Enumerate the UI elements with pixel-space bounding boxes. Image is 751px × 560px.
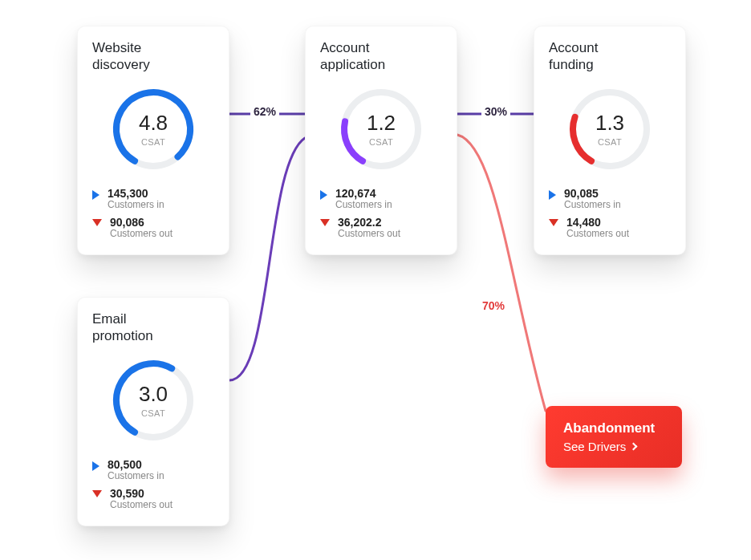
customers-in: 145,300 Customers in (92, 188, 214, 211)
csat-score: 3.0 (139, 382, 168, 407)
customers-out-value: 90,086 (110, 217, 173, 229)
csat-donut: 3.0 CSAT (92, 356, 214, 444)
customers-out-label: Customers out (110, 229, 173, 239)
callout-title: Abandonment (563, 420, 664, 436)
connector-label-abandonment: 70% (479, 299, 508, 312)
callout-cta-label: See Drivers (563, 440, 626, 453)
callout-cta-see-drivers[interactable]: See Drivers (563, 440, 664, 453)
card-account-application[interactable]: Account application 1.2 CSAT 120,674 Cus… (305, 26, 457, 255)
customers-out: 90,086 Customers out (92, 217, 214, 240)
play-icon (92, 190, 99, 200)
customers-in-value: 120,674 (335, 188, 392, 200)
play-icon (549, 190, 556, 200)
csat-donut: 1.2 CSAT (320, 85, 442, 173)
customers-in-label: Customers in (108, 200, 164, 210)
customers-out-value: 14,480 (566, 217, 629, 229)
csat-label: CSAT (369, 137, 393, 147)
customers-out: 14,480 Customers out (549, 217, 671, 240)
customers-in: 80,500 Customers in (92, 459, 214, 482)
customers-in-value: 80,500 (108, 459, 164, 471)
customers-out-value: 36,202.2 (338, 217, 400, 229)
csat-score: 1.3 (595, 111, 624, 136)
csat-label: CSAT (598, 137, 622, 147)
card-email-promotion[interactable]: Email promotion 3.0 CSAT 80,500 Customer… (77, 297, 229, 526)
journey-flow: 62% 30% 70% Website discovery 4.8 CSAT 1… (0, 0, 751, 560)
customers-out-label: Customers out (338, 229, 400, 239)
callout-abandonment[interactable]: Abandonment See Drivers (546, 406, 682, 468)
customers-out-label: Customers out (566, 229, 629, 239)
customers-in-label: Customers in (335, 200, 392, 210)
customers-in-label: Customers in (564, 200, 621, 210)
connector-label-application-to-funding: 30% (481, 105, 510, 118)
down-triangle-icon (320, 219, 330, 226)
card-website-discovery[interactable]: Website discovery 4.8 CSAT 145,300 Custo… (77, 26, 229, 255)
csat-label: CSAT (141, 137, 165, 147)
connector-label-website-to-application: 62% (250, 105, 279, 118)
customers-in-value: 90,085 (564, 188, 621, 200)
down-triangle-icon (92, 490, 102, 497)
customers-in: 90,085 Customers in (549, 188, 671, 211)
csat-label: CSAT (141, 408, 165, 418)
card-title: Website discovery (92, 39, 214, 74)
chevron-right-icon (630, 443, 638, 451)
customers-in-label: Customers in (108, 471, 164, 481)
down-triangle-icon (549, 219, 558, 226)
card-title: Account application (320, 39, 442, 74)
customers-out-label: Customers out (110, 500, 173, 510)
play-icon (92, 461, 99, 471)
csat-donut: 4.8 CSAT (92, 85, 214, 173)
play-icon (320, 190, 327, 200)
customers-out: 36,202.2 Customers out (320, 217, 442, 240)
down-triangle-icon (92, 219, 102, 226)
customers-out: 30,590 Customers out (92, 488, 214, 511)
customers-in-value: 145,300 (108, 188, 164, 200)
csat-donut: 1.3 CSAT (549, 85, 671, 173)
customers-out-value: 30,590 (110, 488, 173, 500)
csat-score: 4.8 (139, 111, 168, 136)
card-account-funding[interactable]: Account funding 1.3 CSAT 90,085 Customer… (534, 26, 686, 255)
card-title: Account funding (549, 39, 671, 74)
csat-score: 1.2 (367, 111, 396, 136)
customers-in: 120,674 Customers in (320, 188, 442, 211)
card-title: Email promotion (92, 310, 214, 345)
